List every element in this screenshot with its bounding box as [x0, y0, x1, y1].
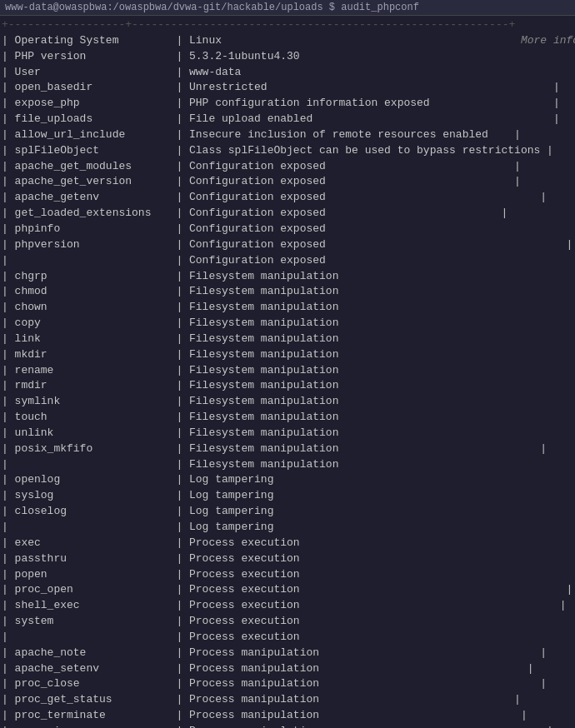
apache-note-row: | apache_note | Process manipulation | [0, 646, 575, 661]
shell-exec-row: | shell_exec | Process execution | [0, 598, 575, 614]
open-basedir-row: | open_basedir | Unrestricted | [0, 80, 575, 96]
proc-nice-row: | proc_nice | Process manipulation | [0, 724, 575, 728]
allow-url-row: | allow_url_include | Insecure inclusion… [0, 127, 575, 143]
unlink-row: | unlink | Filesystem manipulation | [0, 426, 575, 441]
rmdir-row: | rmdir | Filesystem manipulation | [0, 378, 575, 394]
get-loaded-row: | get_loaded_extensions | Configuration … [0, 206, 575, 222]
syslog-row: | syslog | Log tampering | [0, 488, 575, 504]
proc-close-row: | proc_close | Process manipulation | [0, 676, 575, 692]
phpversion-row: | phpversion | Configuration exposed | [0, 237, 575, 253]
blank-log-row: | | Log tampering | [0, 520, 575, 536]
proc-terminate-row: | proc_terminate | Process manipulation … [0, 708, 575, 724]
blank-config-row: | | Configuration exposed | [0, 253, 575, 269]
top-command-bar: www-data@owaspbwa:/owaspbwa/dvwa-git/hac… [0, 0, 575, 16]
posix-mkfifo-row: | posix_mkfifo | Filesystem manipulation… [0, 441, 575, 457]
apache-setenv-row: | apache_setenv | Process manipulation | [0, 661, 575, 677]
apache-getenv-row: | apache_getenv | Configuration exposed … [0, 190, 575, 206]
header-row: | Operating System | Linux More info | [0, 33, 575, 49]
passthru-row: | passthru | Process execution | [0, 551, 575, 567]
chown-row: | chown | Filesystem manipulation | [0, 300, 575, 316]
touch-row: | touch | Filesystem manipulation | [0, 410, 575, 426]
separator-top: +------------------+--------------------… [0, 17, 575, 33]
link-row: | link | Filesystem manipulation | [0, 332, 575, 347]
top-prompt: www-data@owaspbwa:/owaspbwa/dvwa-git/hac… [5, 2, 419, 13]
symlink-row: | symlink | Filesystem manipulation | [0, 394, 575, 410]
rename-row: | rename | Filesystem manipulation | [0, 363, 575, 379]
terminal-window: www-data@owaspbwa:/owaspbwa/dvwa-git/hac… [0, 0, 575, 728]
system-row: | system | Process execution | [0, 614, 575, 630]
spl-row: | splFileObject | Class splFileObject ca… [0, 143, 575, 159]
copy-row: | copy | Filesystem manipulation | [0, 316, 575, 332]
apache-modules-row: | apache_get_modules | Configuration exp… [0, 159, 575, 175]
closelog-row: | closelog | Log tampering | [0, 504, 575, 520]
file-uploads-row: | file_uploads | File upload enabled | [0, 112, 575, 127]
blank-proc-row: | | Process execution | [0, 630, 575, 646]
chgrp-row: | chgrp | Filesystem manipulation | [0, 269, 575, 285]
proc-open-row: | proc_open | Process execution | [0, 582, 575, 598]
proc-get-status-row: | proc_get_status | Process manipulation… [0, 692, 575, 708]
phpinfo-row: | phpinfo | Configuration exposed | [0, 222, 575, 237]
openlog-row: | openlog | Log tampering | [0, 472, 575, 488]
mkdir-row: | mkdir | Filesystem manipulation | [0, 347, 575, 363]
popen-row: | popen | Process execution | [0, 567, 575, 583]
chmod-row: | chmod | Filesystem manipulation | [0, 284, 575, 300]
php-version-row: | PHP version | 5.3.2-1ubuntu4.30 | [0, 49, 575, 65]
apache-version-row: | apache_get_version | Configuration exp… [0, 174, 575, 190]
expose-php-row: | expose_php | PHP configuration informa… [0, 96, 575, 112]
blank-fs-row: | | Filesystem manipulation | [0, 457, 575, 473]
terminal-content: +------------------+--------------------… [0, 16, 575, 728]
exec-row: | exec | Process execution | [0, 536, 575, 551]
user-row: | User | www-data | [0, 65, 575, 81]
